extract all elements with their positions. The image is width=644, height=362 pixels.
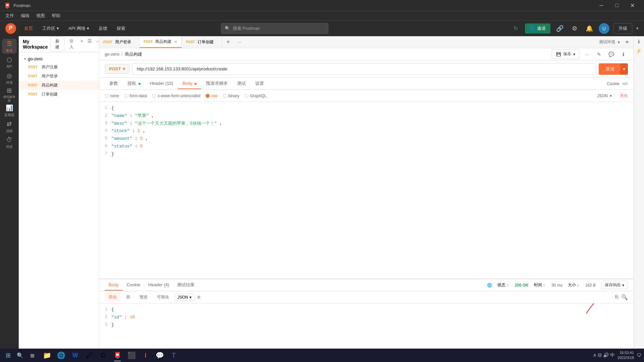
nav-home[interactable]: 首页	[20, 23, 37, 34]
method-selector[interactable]: POST ▾	[105, 64, 129, 74]
upgrade-dropdown-icon[interactable]: ▾	[636, 26, 639, 31]
sidebar-item-mock[interactable]: ⊞ 模拟服务器	[2, 87, 17, 102]
comment-icon[interactable]: 💬	[606, 50, 616, 59]
radio-urlencoded[interactable]: x-www-form-urlencoded	[152, 94, 200, 98]
sidebar-item-api[interactable]: ⬡ API	[2, 55, 17, 70]
resp-tab-test-results[interactable]: 测试结果	[173, 279, 199, 291]
new-collection-button[interactable]: 新建	[50, 37, 64, 52]
request-user-login[interactable]: POST 用户登录	[19, 72, 99, 81]
tab-settings[interactable]: 设置	[251, 78, 269, 90]
taskbar-app-teams[interactable]: T	[167, 349, 180, 362]
sidebar-item-collections[interactable]: ☰ 集合	[2, 39, 17, 54]
taskbar-app-postman[interactable]: 📮	[111, 349, 124, 362]
filter-icon[interactable]: ☰	[87, 37, 93, 45]
close-tab-icon[interactable]: ✕	[174, 40, 177, 44]
search-bar[interactable]: 🔍 搜索 Postman	[221, 23, 328, 34]
menu-edit[interactable]: 编辑	[18, 12, 32, 19]
sync-icon[interactable]: ↻	[510, 23, 521, 34]
notification-icon[interactable]: 🔔	[584, 23, 595, 34]
radio-graphql[interactable]: GraphQL	[245, 94, 266, 98]
invite-button[interactable]: 👤 邀请	[525, 23, 550, 34]
fmt-tab-visualize[interactable]: 可视化	[153, 293, 173, 301]
request-order-create[interactable]: POST 订单创建	[19, 90, 99, 99]
taskbar-app-pycharm[interactable]: 🖊	[83, 349, 96, 362]
network-icon[interactable]: ⊟	[598, 352, 602, 358]
tab-params[interactable]: 参数	[105, 78, 123, 90]
code-icon[interactable]: </>	[622, 81, 628, 86]
menu-help[interactable]: 帮助	[49, 12, 63, 19]
more-tabs-icon[interactable]: ···	[234, 36, 245, 48]
radio-form-data[interactable]: form-data	[124, 94, 147, 98]
edit-icon[interactable]: ✎	[594, 50, 604, 59]
nav-api[interactable]: API 网络 ▾	[64, 23, 93, 34]
radio-binary[interactable]: binary	[223, 94, 239, 98]
beautify-button[interactable]: 美化	[620, 93, 628, 99]
tab-headers[interactable]: Header (10)	[145, 78, 178, 89]
import-button[interactable]: 导入	[66, 37, 77, 52]
avatar[interactable]: U	[599, 23, 609, 34]
taskbar-app-chrome[interactable]: 🌐	[54, 349, 68, 362]
tab-auth[interactable]: 授权	[123, 78, 145, 90]
tab-pre-request[interactable]: 预请求脚本	[201, 78, 232, 90]
resp-tab-body[interactable]: Body	[105, 280, 123, 291]
lightning-icon[interactable]: ⚡	[636, 48, 642, 54]
radio-raw[interactable]: raw	[206, 94, 217, 98]
info-right-icon[interactable]: ℹ	[638, 39, 640, 44]
link-icon[interactable]: 🔗	[554, 23, 565, 34]
taskbar-widgets[interactable]: ▦	[27, 350, 38, 361]
close-button[interactable]: ✕	[625, 0, 640, 11]
cookie-button[interactable]: Cookie	[607, 81, 619, 86]
speaker-icon[interactable]: 🔊	[603, 352, 609, 358]
copy-icon[interactable]: ⎘	[615, 294, 619, 300]
send-button[interactable]: 发送	[599, 63, 622, 75]
maximize-button[interactable]: □	[609, 0, 625, 11]
start-button[interactable]: ⊞	[3, 350, 13, 361]
more-options-button[interactable]: ···	[582, 50, 592, 59]
settings-icon[interactable]: ⚙	[569, 23, 580, 34]
tab-product-create[interactable]: POST 商品构建 ✕	[140, 36, 182, 48]
sidebar-item-flow[interactable]: ⇄ 流程	[2, 119, 17, 134]
menu-file[interactable]: 文件	[3, 12, 17, 19]
fmt-tab-preview[interactable]: 预览	[136, 293, 152, 301]
sidebar-item-environment[interactable]: ◎ 环境	[2, 71, 17, 86]
send-dropdown-button[interactable]: ▾	[620, 63, 628, 75]
environment-selector[interactable]: 测试环境 ▾ 👁	[595, 36, 633, 48]
sidebar-item-monitor[interactable]: 📊 监视器	[2, 103, 17, 118]
tab-order-create[interactable]: POST 订单创建	[182, 36, 222, 48]
taskbar-app-goland[interactable]: G	[97, 349, 110, 362]
taskbar-app-idea[interactable]: I	[139, 349, 152, 362]
sidebar-item-history[interactable]: ⏱ 历史	[2, 135, 17, 150]
tab-body[interactable]: Body	[178, 78, 201, 89]
breadcrumb-collection[interactable]: go-zero	[105, 52, 119, 57]
response-json-selector[interactable]: JSON ▾	[174, 294, 195, 301]
tab-user-login[interactable]: POST 用户登录	[99, 36, 140, 48]
tab-tests[interactable]: 测试	[232, 78, 251, 90]
upgrade-button[interactable]: 升级	[613, 23, 632, 34]
json-format-selector[interactable]: JSON ▾	[597, 94, 612, 98]
system-clock[interactable]: 16:53:41 2022/3/18	[618, 350, 634, 361]
taskbar-app-word[interactable]: W	[68, 349, 82, 362]
filter-icon[interactable]: ≡	[197, 294, 200, 300]
save-response-button[interactable]: 保存响应 ▾	[601, 281, 628, 289]
taskbar-app-wechat[interactable]: 💬	[153, 349, 166, 362]
fmt-tab-raw[interactable]: 原	[122, 293, 134, 301]
taskbar-app-explorer[interactable]: 📁	[40, 349, 54, 362]
add-icon[interactable]: +	[79, 37, 85, 45]
fmt-tab-beautify[interactable]: 美化	[105, 293, 121, 301]
info-icon[interactable]: ℹ	[619, 50, 628, 59]
request-user-register[interactable]: POST 用户注册	[19, 63, 99, 72]
nav-explore[interactable]: 探索	[113, 23, 129, 34]
search-icon[interactable]: 🔍	[621, 294, 628, 300]
request-product-create[interactable]: POST 商品构建	[19, 81, 99, 90]
taskbar-search[interactable]: 🔍	[15, 350, 25, 361]
notification-tray-icon[interactable]: 🗨	[637, 353, 641, 358]
menu-view[interactable]: 视图	[34, 12, 48, 19]
save-button[interactable]: 💾 保存 ▾	[552, 49, 580, 59]
radio-none[interactable]: none	[105, 94, 119, 98]
taskbar-app-terminal[interactable]: ⬛	[125, 349, 138, 362]
collection-go-zero[interactable]: ▾ go-zero	[19, 55, 99, 63]
nav-workspace[interactable]: 工作区 ▾	[38, 23, 63, 34]
new-tab-button[interactable]: +	[222, 36, 234, 48]
ime-icon[interactable]: 中	[610, 352, 615, 358]
url-input[interactable]	[132, 63, 596, 75]
